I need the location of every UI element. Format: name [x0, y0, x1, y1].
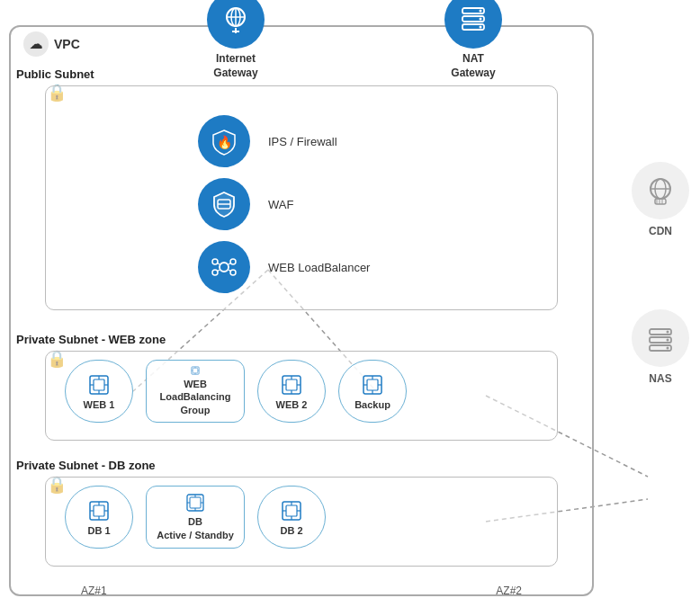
cdn-icon [632, 162, 689, 219]
svg-point-21 [230, 259, 236, 264]
svg-point-19 [220, 263, 229, 272]
nas-item: NAS [632, 309, 689, 385]
internet-gateway: Internet Gateway [207, 0, 265, 80]
diagram-container: ☁ VPC Internet Gateway [0, 0, 700, 616]
svg-point-22 [212, 270, 218, 275]
cdn-item: CDN [632, 162, 689, 237]
public-subnet-label: Public Subnet [16, 67, 94, 81]
vpc-icon: ☁ [23, 31, 49, 57]
web2-label: WEB 2 [276, 399, 308, 410]
db-group-label: DBActive / Standby [157, 515, 234, 541]
ips-firewall-icon: 🔥 [198, 115, 250, 167]
internet-gateway-icon [207, 0, 265, 49]
weblb-row: WEB LoadBalancer [198, 241, 370, 293]
db1-label: DB 1 [87, 525, 110, 536]
az-labels: AZ#1 AZ#2 [45, 585, 558, 597]
web1-label: WEB 1 [84, 399, 115, 410]
private-web-label: Private Subnet - WEB zone [16, 333, 166, 346]
waf-icon [198, 178, 250, 230]
svg-rect-53 [94, 505, 104, 516]
svg-rect-35 [193, 368, 198, 373]
nat-gateway-icon [444, 0, 502, 49]
svg-text:🔥: 🔥 [217, 135, 233, 150]
svg-point-13 [480, 10, 482, 13]
svg-point-23 [230, 270, 236, 275]
ips-firewall-row: 🔥 IPS / Firewall [198, 115, 337, 167]
db-active-standby-group: DBActive / Standby [146, 486, 245, 549]
az1-label: AZ#1 [81, 585, 107, 597]
web-server-items: WEB 1 WEBLoadBalancingGroup WE [65, 360, 407, 423]
db2-server: DB 2 [257, 486, 326, 549]
weblb-icon [198, 241, 250, 293]
nas-label: NAS [649, 372, 671, 385]
vpc-label: ☁ VPC [23, 31, 80, 57]
nas-icon [632, 309, 689, 367]
svg-point-82 [667, 347, 669, 350]
svg-rect-41 [286, 379, 297, 390]
waf-row: WAF [198, 178, 293, 230]
svg-point-20 [212, 259, 218, 264]
right-services: CDN NAS [632, 162, 689, 457]
cdn-label: CDN [649, 225, 672, 237]
backup-label: Backup [354, 399, 390, 410]
svg-point-14 [480, 18, 482, 21]
web1-server: WEB 1 [65, 360, 133, 423]
ips-firewall-label: IPS / Firewall [268, 135, 337, 148]
nat-gateway-label: NAT Gateway [451, 52, 495, 80]
svg-rect-59 [190, 497, 201, 508]
db2-label: DB 2 [280, 525, 302, 536]
db-server-items: DB 1 DBActive / Standby DB 2 [65, 486, 326, 549]
web-lb-group-label: WEBLoadBalancingGroup [160, 378, 231, 416]
az2-label: AZ#2 [496, 585, 522, 597]
db1-server: DB 1 [65, 486, 133, 549]
weblb-label: WEB LoadBalancer [268, 261, 370, 274]
waf-label: WAF [268, 198, 293, 211]
svg-rect-29 [94, 379, 104, 390]
internet-gateway-label: Internet Gateway [213, 52, 257, 80]
svg-rect-65 [286, 505, 297, 516]
private-db-label: Private Subnet - DB zone [16, 459, 156, 472]
svg-rect-47 [367, 379, 378, 390]
web2-server: WEB 2 [257, 360, 326, 423]
web-lb-group: WEBLoadBalancingGroup [146, 360, 245, 423]
backup-server: Backup [338, 360, 407, 423]
svg-point-15 [480, 26, 482, 29]
svg-point-80 [667, 331, 669, 334]
nat-gateway: NAT Gateway [444, 0, 502, 80]
svg-point-81 [667, 339, 669, 342]
